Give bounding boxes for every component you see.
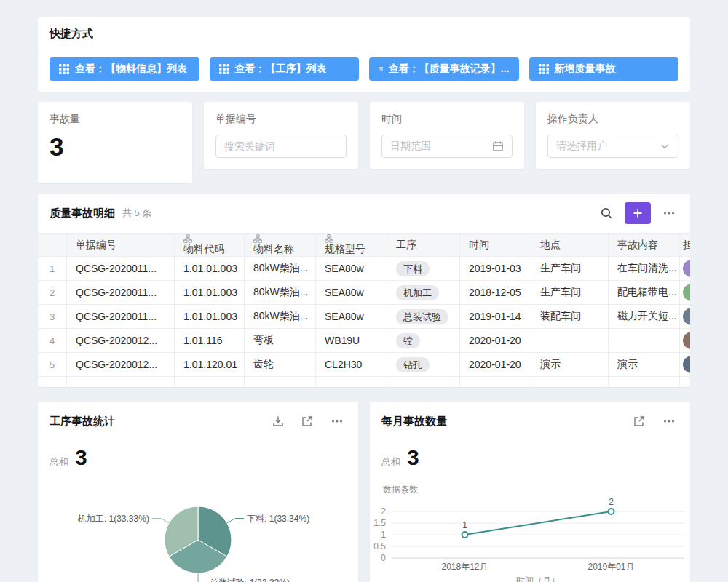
cell-process: 下料: [387, 257, 460, 281]
cell-material-name: 弯板: [245, 329, 316, 353]
cell-content: 演示: [609, 353, 680, 377]
x-axis-title: 时间（月）: [516, 575, 560, 582]
pie-chart[interactable]: 下料: 1(33.34%)总装试验: 1(33.33%)机加工: 1(33.33…: [38, 473, 358, 582]
table-search-button[interactable]: [597, 204, 616, 223]
row-number: 3: [38, 305, 67, 329]
data-point[interactable]: [462, 532, 468, 538]
incidents-table-card: 质量事故明细 共 5 条 单据编号物料代码物料名称规格型号工序时间地点事故内容担…: [38, 194, 690, 387]
more-icon: [662, 207, 676, 220]
table-row-empty: [38, 377, 690, 388]
y-tick-label: 2: [381, 506, 386, 517]
calendar-icon: [492, 140, 504, 152]
column-header[interactable]: 时间: [460, 234, 531, 257]
table-row[interactable]: 4 QCSG-2020012... 1.01.116 弯板 WB19U 镗 20…: [38, 329, 690, 353]
cell-content: 配电箱带电...: [609, 281, 680, 305]
line-more-button[interactable]: [660, 412, 678, 431]
process-tag: 总装试验: [396, 309, 448, 324]
table-row[interactable]: 1 QCSG-2020011... 1.01.01.003 80kW柴油... …: [38, 257, 690, 281]
cell-process: 总装试验: [387, 305, 460, 329]
process-stats-card: 工序事故统计: [38, 402, 358, 582]
cell-material-name: 齿轮: [245, 353, 316, 377]
column-header[interactable]: 单据编号: [67, 234, 175, 257]
incident-count-label: 事故量: [50, 113, 181, 126]
line-total-label: 总和: [381, 455, 400, 469]
column-header-label: 时间: [469, 239, 489, 250]
column-header-label: 工序: [396, 239, 416, 250]
cell-spec: SEA80w: [316, 281, 387, 305]
row-number: 2: [38, 281, 67, 305]
cell-doc-number[interactable]: QCSG-2020011...: [67, 281, 175, 305]
column-header[interactable]: 地点: [531, 234, 609, 257]
column-header[interactable]: 工序: [387, 234, 460, 257]
add-record-button[interactable]: [625, 202, 651, 224]
shortcuts-title: 快捷方式: [38, 17, 690, 49]
row-number: 5: [38, 353, 67, 377]
column-header[interactable]: 担: [680, 234, 691, 257]
line-total: 总和 3: [370, 445, 690, 470]
process-tag: 钻孔: [396, 357, 430, 372]
plus-icon: [632, 207, 644, 219]
cell-doc-number[interactable]: QCSG-2020011...: [67, 257, 175, 281]
external-link-icon: [633, 415, 645, 427]
shortcut-button-2[interactable]: 查看：【工序】列表: [210, 57, 360, 81]
column-header[interactable]: 事故内容: [609, 234, 680, 257]
shortcuts-card: 快捷方式 查看：【物料信息】列表查看：【工序】列表查看：【质量事故记录】...新…: [38, 17, 690, 92]
cell-owner: [680, 281, 691, 305]
doc-number-search-input[interactable]: [215, 135, 347, 158]
pie-label-line: [227, 519, 244, 524]
date-range-input[interactable]: 日期范围: [381, 135, 513, 158]
cell-place: 装配车间: [531, 305, 609, 329]
data-point[interactable]: [609, 509, 614, 514]
cell-doc-number[interactable]: QCSG-2020012...: [67, 329, 175, 353]
cell-date: 2018-12-05: [460, 281, 531, 305]
row-number: 1: [38, 257, 67, 281]
cell-content: 磁力开关短...: [609, 305, 680, 329]
shortcut-button-3[interactable]: 查看：【质量事故记录】...: [369, 57, 519, 81]
shortcut-buttons: 查看：【物料信息】列表查看：【工序】列表查看：【质量事故记录】...新增质量事故: [38, 49, 690, 92]
time-filter-card: 时间 日期范围: [370, 102, 524, 169]
avatar[interactable]: [683, 308, 690, 325]
cell-spec: SEA80w: [316, 257, 387, 281]
shortcut-button-4[interactable]: 新增质量事故: [529, 57, 679, 81]
doc-number-label: 单据编号: [215, 113, 347, 126]
avatar[interactable]: [683, 356, 690, 373]
table-row[interactable]: 3 QCSG-2020011... 1.01.01.003 80kW柴油... …: [38, 305, 690, 329]
open-chart-button[interactable]: [630, 412, 648, 430]
process-tag: 机加工: [396, 285, 439, 300]
avatar[interactable]: [683, 260, 690, 277]
cell-owner: [680, 305, 691, 329]
line-chart[interactable]: 数据条数00.511.5212018年12月22019年01月时间（月）: [370, 473, 690, 582]
filter-row: 事故量 3 单据编号 时间 日期范围 操作负责人 请选择用户: [38, 102, 690, 183]
cell-owner: [680, 257, 691, 281]
pie-total-value: 3: [75, 445, 87, 470]
table-row[interactable]: 2 QCSG-2020011... 1.01.01.003 80kW柴油... …: [38, 281, 690, 305]
shortcut-button-label: 新增质量事故: [555, 63, 616, 76]
pie-more-button[interactable]: [328, 412, 347, 431]
table-more-button[interactable]: [660, 204, 678, 223]
y-tick-label: 1.5: [373, 518, 386, 528]
table-scroll-area[interactable]: 单据编号物料代码物料名称规格型号工序时间地点事故内容担 1 QCSG-20200…: [38, 233, 690, 387]
column-header[interactable]: [38, 234, 67, 257]
cell-material-code: 1.01.120.01: [175, 353, 245, 377]
column-header[interactable]: 物料名称: [245, 234, 316, 257]
line-total-value: 3: [407, 445, 419, 470]
pie-label-line: [152, 519, 169, 524]
open-chart-button[interactable]: [298, 412, 316, 430]
column-header[interactable]: 物料代码: [175, 234, 245, 257]
shortcut-button-label: 查看：【工序】列表: [235, 63, 327, 76]
cell-owner: [680, 353, 691, 377]
column-header[interactable]: 规格型号: [316, 234, 387, 257]
avatar[interactable]: [683, 332, 690, 349]
chevron-down-icon: [660, 141, 670, 151]
download-chart-button[interactable]: [269, 412, 287, 430]
cell-doc-number[interactable]: QCSG-2020011...: [67, 305, 175, 329]
cell-doc-number[interactable]: QCSG-2020012...: [67, 353, 175, 377]
pie-total: 总和 3: [38, 445, 358, 470]
grid-icon: [59, 64, 69, 74]
avatar[interactable]: [683, 284, 690, 301]
operator-select[interactable]: 请选择用户: [547, 135, 678, 158]
incidents-table: 单据编号物料代码物料名称规格型号工序时间地点事故内容担 1 QCSG-20200…: [38, 234, 690, 387]
download-icon: [272, 415, 284, 427]
shortcut-button-1[interactable]: 查看：【物料信息】列表: [50, 57, 199, 81]
table-row[interactable]: 5 QCSG-2020012... 1.01.120.01 齿轮 CL2H30 …: [38, 353, 690, 377]
